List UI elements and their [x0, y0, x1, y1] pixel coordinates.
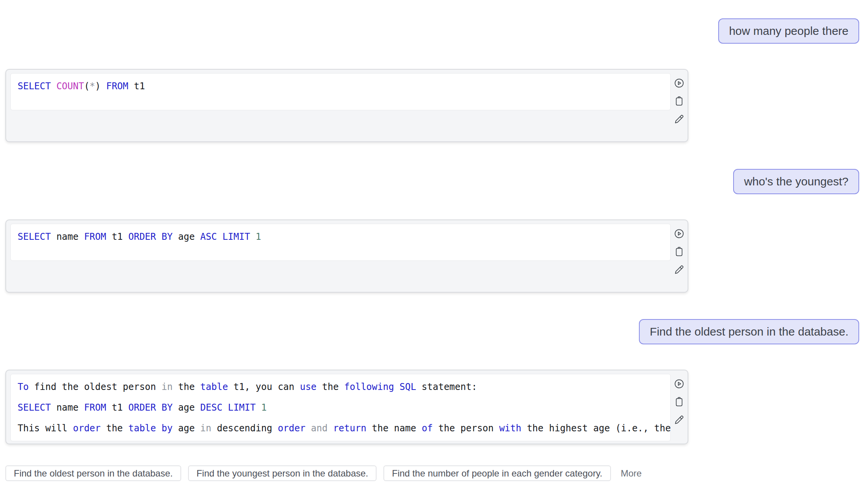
suggestion-button[interactable]: Find the oldest person in the database.: [5, 465, 181, 481]
more-button[interactable]: More: [621, 468, 642, 479]
user-message-row: how many people there: [5, 18, 859, 44]
chat-history: how many people thereSELECT COUNT(*) FRO…: [5, 18, 859, 444]
user-message-bubble: how many people there: [718, 18, 859, 44]
pencil-icon: [674, 114, 685, 124]
code-line: SELECT name FROM t1 ORDER BY age ASC LIM…: [18, 226, 663, 247]
sql-code-editor[interactable]: To find the oldest person in the table t…: [10, 374, 671, 441]
suggestion-button[interactable]: Find the number of people in each gender…: [383, 465, 611, 481]
pencil-icon: [674, 414, 685, 425]
code-line: To find the oldest person in the table t…: [18, 377, 663, 397]
assistant-sql-response: To find the oldest person in the table t…: [5, 370, 688, 444]
play-circle-icon: [674, 228, 685, 239]
copy-button[interactable]: [674, 96, 685, 106]
run-button[interactable]: [674, 228, 685, 239]
edit-button[interactable]: [674, 114, 685, 124]
clipboard-icon: [674, 96, 685, 106]
assistant-sql-response: SELECT name FROM t1 ORDER BY age ASC LIM…: [5, 219, 688, 293]
suggestions-row: Find the oldest person in the database.F…: [5, 465, 859, 481]
edit-button[interactable]: [674, 414, 685, 425]
code-line: SELECT name FROM t1 ORDER BY age DESC LI…: [18, 397, 663, 418]
sql-actions-column: [671, 224, 688, 275]
pencil-icon: [674, 264, 685, 275]
sql-code-editor[interactable]: SELECT name FROM t1 ORDER BY age ASC LIM…: [10, 224, 671, 261]
sql-actions-column: [671, 374, 688, 425]
suggestion-button[interactable]: Find the youngest person in the database…: [188, 465, 377, 481]
sql-actions-column: [671, 73, 688, 124]
play-circle-icon: [674, 78, 685, 88]
edit-button[interactable]: [674, 264, 685, 275]
user-message-bubble: who's the youngest?: [733, 169, 859, 194]
run-button[interactable]: [674, 378, 685, 389]
code-line: SELECT COUNT(*) FROM t1: [18, 76, 663, 97]
user-message-row: who's the youngest?: [5, 169, 859, 194]
user-message-row: Find the oldest person in the database.: [5, 319, 859, 344]
user-message-bubble: Find the oldest person in the database.: [639, 319, 859, 344]
clipboard-icon: [674, 246, 685, 257]
sql-code-editor[interactable]: SELECT COUNT(*) FROM t1: [10, 73, 671, 110]
play-circle-icon: [674, 378, 685, 389]
run-button[interactable]: [674, 78, 685, 88]
copy-button[interactable]: [674, 396, 685, 407]
copy-button[interactable]: [674, 246, 685, 257]
code-line: This will order the table by age in desc…: [18, 418, 663, 439]
clipboard-icon: [674, 396, 685, 407]
assistant-sql-response: SELECT COUNT(*) FROM t1: [5, 69, 688, 142]
bytebase-ai-chat-panel: how many people thereSELECT COUNT(*) FRO…: [0, 18, 868, 488]
